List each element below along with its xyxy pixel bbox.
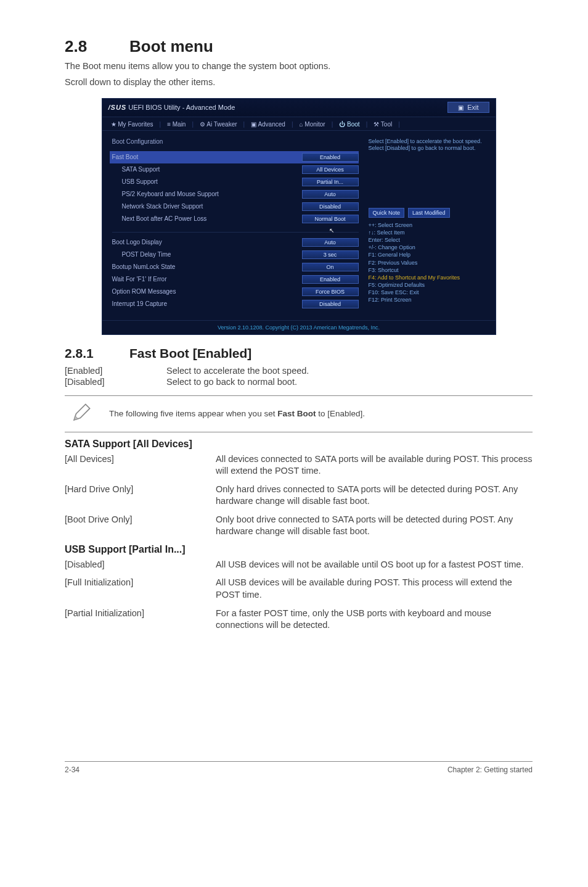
description-row: [Full Initialization]All USB devices wil…	[65, 577, 533, 601]
config-label: Bootup NumLock State	[112, 263, 176, 270]
config-header: Boot Configuration	[112, 138, 359, 145]
quick-note-button[interactable]: Quick Note	[369, 208, 405, 218]
help-key-line: Enter: Select	[369, 236, 489, 244]
config-label: Fast Boot	[112, 154, 139, 160]
config-label: Boot Logo Display	[112, 239, 162, 245]
subsection-number: 2.8.1	[65, 346, 129, 361]
config-value[interactable]: 3 sec	[302, 250, 359, 259]
last-modified-button[interactable]: Last Modified	[408, 208, 450, 218]
option-key: [Enabled]	[65, 366, 166, 376]
bios-titlebar: /SUS UEFI BIOS Utility - Advanced Mode E…	[102, 99, 496, 117]
description-row: [All Devices]All devices connected to SA…	[65, 453, 533, 477]
help-key-line: F4: Add to Shortcut and My Favorites	[369, 274, 489, 281]
config-row[interactable]: Interrupt 19 CaptureDisabled	[112, 298, 359, 310]
description-key: [Hard Drive Only]	[65, 484, 216, 508]
description-value: For a faster POST time, only the USB por…	[216, 608, 533, 632]
config-value[interactable]: Auto	[302, 238, 359, 247]
section-number: 2.8	[65, 37, 129, 56]
intro-line-1: The Boot menu items allow you to change …	[65, 60, 533, 73]
section-name: Boot menu	[129, 37, 213, 56]
config-label: SATA Support	[112, 166, 160, 173]
subsection-title: 2.8.1Fast Boot [Enabled]	[65, 346, 533, 361]
bios-help-panel: Select [Enabled] to accelerate the boot …	[364, 131, 496, 320]
config-label: PS/2 Keyboard and Mouse Support	[112, 191, 219, 197]
help-key-line: F5: Optimized Defaults	[369, 281, 489, 289]
description-value: All USB devices will be available during…	[216, 577, 533, 601]
description-key: [Boot Drive Only]	[65, 514, 216, 538]
option-value: Select to accelerate the boot speed.	[166, 366, 309, 376]
note-text: The following five items appear when you…	[109, 409, 365, 418]
config-row[interactable]: Next Boot after AC Power LossNormal Boot	[112, 213, 359, 225]
help-description: Select [Enabled] to accelerate the boot …	[369, 138, 489, 152]
usb-support-title: USB Support [Partial In...]	[65, 544, 533, 555]
config-row[interactable]: Bootup NumLock StateOn	[112, 261, 359, 273]
config-row[interactable]: Option ROM MessagesForce BIOS	[112, 286, 359, 298]
config-value[interactable]: Normal Boot	[302, 215, 359, 223]
config-label: POST Delay Time	[112, 251, 171, 258]
config-row[interactable]: PS/2 Keyboard and Mouse SupportAuto	[112, 188, 359, 200]
description-key: [Full Initialization]	[65, 577, 216, 601]
option-key: [Disabled]	[65, 377, 166, 387]
bios-brand: /SUS	[108, 104, 127, 111]
help-key-line: F2: Previous Values	[369, 259, 489, 266]
config-label: Option ROM Messages	[112, 288, 176, 295]
tab-ai-tweaker[interactable]: ⚙ Ai Tweaker	[200, 121, 237, 128]
tab-main[interactable]: ≡ Main	[167, 121, 186, 128]
config-value[interactable]: Force BIOS	[302, 287, 359, 296]
sata-support-title: SATA Support [All Devices]	[65, 439, 533, 450]
description-row: [Partial Initialization]For a faster POS…	[65, 608, 533, 632]
config-value[interactable]: Partial In...	[302, 178, 359, 186]
tab-advanced[interactable]: ▣ Advanced	[251, 121, 285, 128]
cursor-icon: ↖	[329, 227, 334, 234]
description-row: [Boot Drive Only]Only boot drive connect…	[65, 514, 533, 538]
tab-monitor[interactable]: ⌂ Monitor	[299, 121, 325, 128]
option-row: [Enabled]Select to accelerate the boot s…	[65, 366, 533, 376]
config-row[interactable]: USB SupportPartial In...	[112, 176, 359, 188]
tab-tool[interactable]: ⚒ Tool	[374, 121, 392, 128]
help-key-line: F1: General Help	[369, 251, 489, 258]
config-label: Wait For 'F1' If Error	[112, 276, 167, 283]
help-key-line: ↑↓: Select Item	[369, 229, 489, 236]
help-key-line: F12: Print Screen	[369, 296, 489, 303]
help-key-line: F10: Save ESC: Exit	[369, 289, 489, 296]
tab-boot[interactable]: ⏻ Boot	[339, 121, 359, 128]
intro-line-2: Scroll down to display the other items.	[65, 76, 533, 89]
bios-tabbar: ★ My Favorites| ≡ Main| ⚙ Ai Tweaker| ▣ …	[102, 117, 496, 131]
config-value[interactable]: Disabled	[302, 300, 359, 308]
page-footer: 2-34 Chapter 2: Getting started	[65, 761, 533, 774]
config-row[interactable]: Fast BootEnabled	[110, 151, 359, 163]
page-number: 2-34	[65, 765, 80, 774]
option-row: [Disabled]Select to go back to normal bo…	[65, 377, 533, 387]
bios-screenshot: /SUS UEFI BIOS Utility - Advanced Mode E…	[102, 98, 496, 335]
config-value[interactable]: Enabled	[302, 275, 359, 284]
description-key: [Disabled]	[65, 559, 216, 571]
description-key: [Partial Initialization]	[65, 608, 216, 632]
config-value[interactable]: Enabled	[302, 153, 359, 162]
config-row[interactable]: Boot Logo DisplayAuto	[112, 236, 359, 249]
config-row[interactable]: POST Delay Time3 sec	[112, 249, 359, 261]
config-label: Next Boot after AC Power Loss	[112, 215, 207, 222]
description-value: Only boot drive connected to SATA ports …	[216, 514, 533, 538]
exit-button[interactable]: Exit	[447, 102, 489, 113]
config-value[interactable]: On	[302, 263, 359, 271]
config-row[interactable]: Wait For 'F1' If ErrorEnabled	[112, 273, 359, 286]
exit-label: Exit	[467, 104, 478, 111]
page-title: 2.8Boot menu	[65, 37, 533, 56]
config-value[interactable]: Auto	[302, 190, 359, 199]
note-box: The following five items appear when you…	[65, 395, 533, 432]
config-row[interactable]: Network Stack Driver SupportDisabled	[112, 200, 359, 213]
help-keys-list: ++: Select Screen↑↓: Select ItemEnter: S…	[369, 221, 489, 304]
config-label: Interrupt 19 Capture	[112, 300, 168, 307]
description-key: [All Devices]	[65, 453, 216, 477]
subsection-name: Fast Boot [Enabled]	[129, 346, 251, 360]
description-value: Only hard drives connected to SATA ports…	[216, 484, 533, 508]
description-row: [Hard Drive Only]Only hard drives connec…	[65, 484, 533, 508]
config-row[interactable]: SATA SupportAll Devices	[112, 163, 359, 176]
chapter-label: Chapter 2: Getting started	[447, 765, 533, 774]
tab-favorites[interactable]: ★ My Favorites	[111, 121, 153, 128]
bios-title: UEFI BIOS Utility - Advanced Mode	[128, 104, 235, 111]
description-row: [Disabled]All USB devices will not be av…	[65, 559, 533, 571]
config-value[interactable]: All Devices	[302, 165, 359, 174]
pencil-icon	[68, 402, 94, 426]
config-value[interactable]: Disabled	[302, 202, 359, 211]
